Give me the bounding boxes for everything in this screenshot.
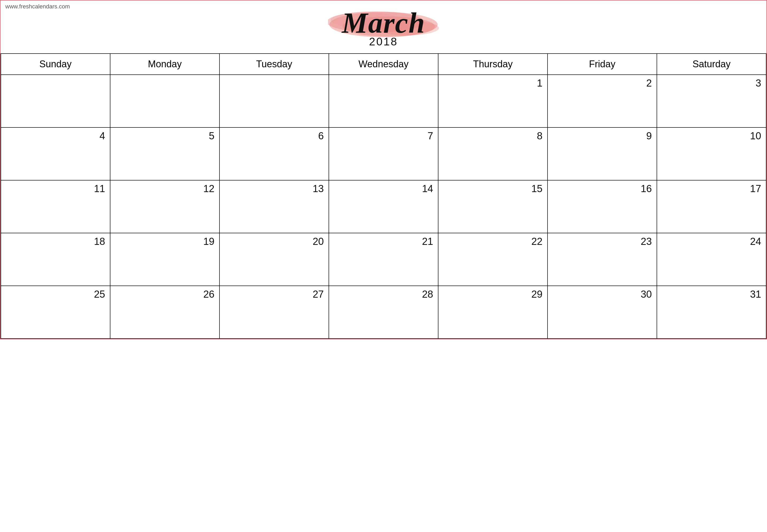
calendar-cell: 13 xyxy=(220,180,329,233)
week-row-5: 25262728293031 xyxy=(1,286,766,339)
week-row-1: 123 xyxy=(1,75,766,127)
calendar-cell: 27 xyxy=(220,286,329,339)
calendar-cell: 18 xyxy=(1,233,110,286)
calendar-cell: 19 xyxy=(110,233,220,286)
calendar-table: SundayMondayTuesdayWednesdayThursdayFrid… xyxy=(1,53,766,339)
calendar-cell: 30 xyxy=(547,286,657,339)
calendar-cell: 24 xyxy=(657,233,766,286)
calendar-cell: 17 xyxy=(657,180,766,233)
calendar-cell: 20 xyxy=(220,233,329,286)
calendar-cell: 7 xyxy=(329,127,438,180)
calendar-cell: 3 xyxy=(657,75,766,127)
calendar-cell: 23 xyxy=(547,233,657,286)
calendar-cell: 29 xyxy=(438,286,547,339)
week-row-2: 45678910 xyxy=(1,127,766,180)
calendar-header: March 2018 xyxy=(1,1,766,53)
calendar-cell: 15 xyxy=(438,180,547,233)
day-header-friday: Friday xyxy=(547,54,657,75)
calendar-cell: 25 xyxy=(1,286,110,339)
day-header-wednesday: Wednesday xyxy=(329,54,438,75)
day-header-tuesday: Tuesday xyxy=(220,54,329,75)
calendar-cell: 9 xyxy=(547,127,657,180)
calendar-cell: 5 xyxy=(110,127,220,180)
day-header-saturday: Saturday xyxy=(657,54,766,75)
calendar-cell: 14 xyxy=(329,180,438,233)
calendar-cell xyxy=(1,75,110,127)
calendar-cell xyxy=(329,75,438,127)
calendar-cell: 26 xyxy=(110,286,220,339)
calendar-cell: 4 xyxy=(1,127,110,180)
calendar-cell: 22 xyxy=(438,233,547,286)
calendar-cell: 28 xyxy=(329,286,438,339)
calendar-cell: 21 xyxy=(329,233,438,286)
calendar-cell: 12 xyxy=(110,180,220,233)
calendar-cell: 10 xyxy=(657,127,766,180)
calendar-cell: 11 xyxy=(1,180,110,233)
calendar-cell: 16 xyxy=(547,180,657,233)
calendar-cell: 8 xyxy=(438,127,547,180)
calendar-cell xyxy=(110,75,220,127)
month-title: March xyxy=(1,8,766,37)
day-header-sunday: Sunday xyxy=(1,54,110,75)
day-header-thursday: Thursday xyxy=(438,54,547,75)
year-title: 2018 xyxy=(1,35,766,48)
calendar-cell xyxy=(220,75,329,127)
calendar-cell: 1 xyxy=(438,75,547,127)
calendar-page: www.freshcalendars.com March 2018 Sunday… xyxy=(0,0,767,339)
calendar-cell: 2 xyxy=(547,75,657,127)
day-header-monday: Monday xyxy=(110,54,220,75)
calendar-cell: 6 xyxy=(220,127,329,180)
calendar-cell: 31 xyxy=(657,286,766,339)
week-row-3: 11121314151617 xyxy=(1,180,766,233)
week-row-4: 18192021222324 xyxy=(1,233,766,286)
day-headers-row: SundayMondayTuesdayWednesdayThursdayFrid… xyxy=(1,54,766,75)
